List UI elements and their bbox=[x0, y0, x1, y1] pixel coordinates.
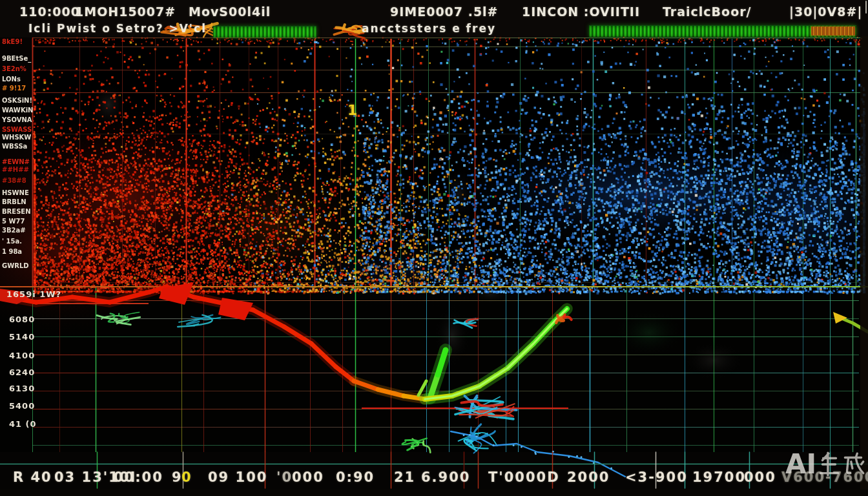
header-bar-green bbox=[213, 26, 316, 37]
cjk-glyph-cheng-icon bbox=[842, 451, 865, 478]
header-bar-orange bbox=[811, 26, 855, 36]
chart-root: 110:0001MOH15007#MovS00l4il9IME0007 .5l#… bbox=[0, 0, 868, 496]
ai-watermark: AI bbox=[785, 448, 865, 480]
chart-canvas bbox=[0, 0, 868, 496]
cjk-glyph-sheng-icon bbox=[818, 451, 840, 478]
watermark-text: AI bbox=[785, 448, 816, 480]
